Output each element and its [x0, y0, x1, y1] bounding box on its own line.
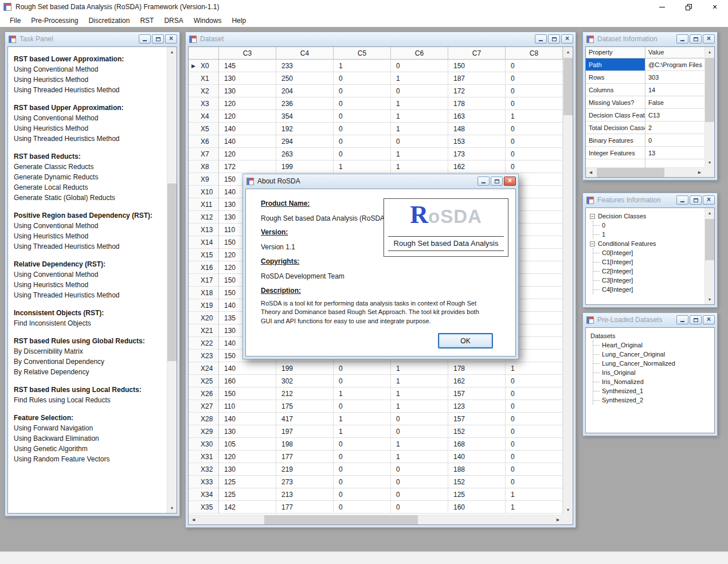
table-cell[interactable]: 110	[219, 400, 276, 413]
grid-corner-cell[interactable]	[189, 47, 219, 59]
task-item[interactable]: Using Heuristics Method	[14, 123, 167, 134]
task-item[interactable]: By Discernibility Matrix	[14, 346, 167, 357]
table-cell[interactable]: 188	[448, 463, 506, 476]
property-name-cell[interactable]: Integer Features	[586, 147, 645, 159]
table-cell[interactable]: 1	[391, 72, 448, 85]
row-header[interactable]: X18	[189, 287, 219, 299]
table-cell[interactable]: 0	[391, 85, 448, 97]
row-header[interactable]: X23	[189, 350, 219, 362]
table-cell[interactable]: 273	[276, 476, 334, 488]
table-cell[interactable]: 125	[448, 488, 506, 501]
property-name-cell[interactable]: Columns	[586, 84, 645, 96]
table-cell[interactable]: 0	[506, 135, 563, 148]
table-cell[interactable]: 233	[276, 60, 334, 72]
about-dialog-titlebar[interactable]: About RoSDA ×	[243, 174, 518, 188]
row-header[interactable]: X10	[189, 186, 219, 198]
table-cell[interactable]: 0	[391, 501, 448, 514]
table-cell[interactable]: 125	[219, 488, 276, 501]
preloaded-datasets-close-button[interactable]: ×	[703, 315, 715, 324]
table-cell[interactable]: 1	[506, 488, 563, 501]
row-header[interactable]: X19	[189, 299, 219, 312]
table-cell[interactable]: 142	[219, 501, 276, 514]
property-value-cell[interactable]: 0	[645, 134, 704, 147]
menu-item-discretization[interactable]: Discretization	[83, 14, 135, 27]
preloaded-datasets-titlebar[interactable]: Pre-Loaded Datasets ×	[583, 313, 717, 327]
close-button[interactable]: ×	[702, 0, 728, 14]
menu-item-help[interactable]: Help	[226, 14, 251, 27]
ok-button[interactable]: OK	[438, 333, 493, 348]
table-cell[interactable]: 162	[448, 375, 506, 387]
table-cell[interactable]: 140	[219, 362, 276, 375]
row-header[interactable]: X25	[189, 375, 219, 387]
task-panel-vertical-scrollbar[interactable]: ▲ ▼	[167, 47, 177, 513]
table-cell[interactable]: 0	[334, 451, 391, 463]
task-item[interactable]: Generate Dynamic Reducts	[14, 172, 167, 182]
table-cell[interactable]: 130	[219, 463, 276, 476]
table-cell[interactable]: 250	[276, 72, 334, 85]
collapse-expander-icon[interactable]: −	[590, 241, 595, 246]
table-cell[interactable]: 0	[506, 425, 563, 438]
table-cell[interactable]: 1	[391, 438, 448, 451]
row-header[interactable]: X35	[189, 501, 219, 514]
table-cell[interactable]: 0	[506, 438, 563, 451]
features-information-titlebar[interactable]: Features Information ×	[583, 193, 717, 207]
table-cell[interactable]: 0	[506, 148, 563, 160]
task-item[interactable]: Find Inconsistent Objects	[14, 318, 167, 328]
table-cell[interactable]: 173	[448, 148, 506, 160]
preloaded-datasets-minimize-button[interactable]	[676, 315, 688, 324]
property-name-cell[interactable]: Missing Values?	[586, 96, 645, 109]
property-column-header[interactable]: Property	[586, 47, 645, 58]
property-name-cell[interactable]: Decision Class Feat...	[586, 109, 645, 122]
task-item[interactable]: Generate Local Reducts	[14, 182, 167, 193]
task-item[interactable]: Using Conventional Method	[14, 113, 167, 123]
table-cell[interactable]: 0	[506, 400, 563, 413]
table-cell[interactable]: 417	[276, 413, 334, 425]
table-cell[interactable]: 130	[219, 425, 276, 438]
menu-item-pre-processing[interactable]: Pre-Processing	[26, 14, 83, 27]
table-cell[interactable]: 0	[334, 148, 391, 160]
preloaded-datasets-maximize-button[interactable]	[690, 315, 702, 324]
task-item[interactable]: Generate Classic Reducts	[14, 162, 167, 172]
table-cell[interactable]: 1	[391, 148, 448, 160]
features-information-minimize-button[interactable]	[676, 195, 688, 205]
tree-item[interactable]: Synthesized_2	[593, 395, 713, 405]
task-item[interactable]: By Relative Dependency	[14, 367, 167, 377]
property-value-cell[interactable]: False	[645, 96, 704, 109]
table-cell[interactable]: 212	[276, 387, 334, 400]
row-header[interactable]: X1	[189, 72, 219, 85]
table-cell[interactable]: 1	[334, 387, 391, 400]
task-item[interactable]: Using Random Feature Vectors	[14, 454, 167, 464]
column-header[interactable]: C6	[391, 47, 448, 59]
dataset-information-maximize-button[interactable]	[690, 34, 702, 44]
scroll-down-button[interactable]: ▼	[563, 505, 573, 515]
table-cell[interactable]: 0	[506, 375, 563, 387]
task-item[interactable]: By Conventional Dependency	[14, 357, 167, 367]
row-header[interactable]: X9	[189, 173, 219, 186]
table-cell[interactable]: 0	[334, 375, 391, 387]
row-header[interactable]: X28	[189, 413, 219, 425]
dataset-close-button[interactable]: ×	[561, 34, 573, 44]
table-cell[interactable]: 199	[276, 160, 334, 173]
task-item[interactable]: Find Rules using Local Reducts	[14, 395, 167, 405]
about-close-button[interactable]: ×	[504, 177, 516, 186]
table-cell[interactable]: 0	[334, 476, 391, 488]
table-cell[interactable]: 0	[334, 123, 391, 135]
row-header[interactable]: X29	[189, 425, 219, 438]
task-panel-minimize-button[interactable]	[139, 34, 151, 44]
menu-item-windows[interactable]: Windows	[189, 14, 227, 27]
table-cell[interactable]: 294	[276, 135, 334, 148]
tree-item[interactable]: Lung_Cancer_Original	[593, 350, 713, 359]
table-cell[interactable]: 0	[391, 488, 448, 501]
table-cell[interactable]: 120	[219, 110, 276, 123]
property-value-cell[interactable]: 303	[645, 71, 704, 84]
row-header[interactable]: X8	[189, 160, 219, 173]
property-name-cell[interactable]: Rows	[586, 71, 645, 84]
table-cell[interactable]: 0	[506, 123, 563, 135]
tree-node[interactable]: −Conditional Features	[589, 239, 703, 248]
collapse-expander-icon[interactable]: −	[590, 214, 595, 219]
column-header[interactable]: C3	[219, 47, 276, 59]
main-titlebar[interactable]: Rough Set based Data Analysis (RoSDA) Fr…	[0, 0, 728, 14]
table-cell[interactable]: 178	[448, 362, 506, 375]
property-value-cell[interactable]: C13	[645, 109, 704, 122]
table-cell[interactable]: 168	[448, 438, 506, 451]
